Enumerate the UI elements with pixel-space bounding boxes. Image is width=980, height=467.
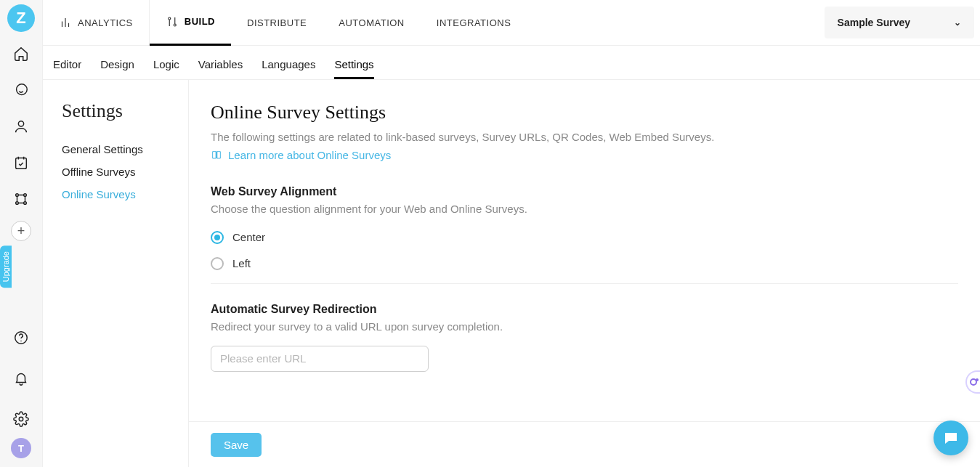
tab-design[interactable]: Design <box>100 58 134 79</box>
nav-analytics-label: ANALYTICS <box>78 17 133 28</box>
svg-point-7 <box>20 341 21 341</box>
tab-settings[interactable]: Settings <box>334 58 373 79</box>
radio-center-input[interactable] <box>211 231 224 244</box>
chevron-down-icon: ⌄ <box>954 17 961 28</box>
user-icon[interactable] <box>7 112 36 141</box>
help-icon[interactable] <box>7 323 36 352</box>
nav-analytics[interactable]: ANALYTICS <box>43 0 150 46</box>
feedback-icon[interactable] <box>7 76 36 105</box>
notifications-icon[interactable] <box>7 364 36 393</box>
app-logo[interactable]: Z <box>7 4 35 32</box>
alignment-radio-group: Center Left <box>211 231 958 270</box>
save-bar: Save <box>189 421 980 467</box>
tab-variables[interactable]: Variables <box>198 58 243 79</box>
nav-integrations-label: INTEGRATIONS <box>437 17 511 28</box>
nav-automation-label: AUTOMATION <box>339 17 404 28</box>
learn-more-link[interactable]: Learn more about Online Surveys <box>211 149 391 161</box>
nav-distribute[interactable]: DISTRIBUTE <box>231 0 323 46</box>
svg-point-3 <box>24 194 27 197</box>
add-button[interactable]: + <box>11 221 31 241</box>
sidebar-item-online[interactable]: Online Surveys <box>62 183 169 206</box>
upgrade-pill[interactable]: Upgrade <box>0 245 12 288</box>
survey-dropdown[interactable]: Sample Survey ⌄ <box>825 7 974 38</box>
avatar[interactable]: T <box>11 438 31 458</box>
redirect-url-input[interactable] <box>211 346 429 372</box>
learn-more-label: Learn more about Online Surveys <box>228 149 391 161</box>
alignment-desc: Choose the question alignment for your W… <box>211 203 958 215</box>
nav-automation[interactable]: AUTOMATION <box>323 0 420 46</box>
redirect-title: Automatic Survey Redirection <box>211 303 958 316</box>
build-icon <box>166 15 179 28</box>
tab-editor[interactable]: Editor <box>53 58 81 79</box>
svg-point-0 <box>18 121 23 126</box>
svg-rect-1 <box>16 158 27 169</box>
nav-build-label: BUILD <box>185 16 215 27</box>
radio-left-input[interactable] <box>211 257 224 270</box>
page-title: Online Survey Settings <box>211 102 958 123</box>
nav-integrations[interactable]: INTEGRATIONS <box>421 0 527 46</box>
svg-point-8 <box>19 417 23 421</box>
book-icon <box>211 150 222 161</box>
redirect-desc: Redirect your survey to a valid URL upon… <box>211 320 958 333</box>
settings-gear-icon[interactable] <box>7 405 36 434</box>
top-nav: ANALYTICS BUILD DISTRIBUTE AUTOMATION IN… <box>43 0 980 46</box>
nav-distribute-label: DISTRIBUTE <box>247 17 307 28</box>
workflow-icon[interactable] <box>7 184 36 214</box>
settings-sidebar: Settings General Settings Offline Survey… <box>43 80 189 467</box>
radio-center-label: Center <box>232 231 265 243</box>
chat-icon <box>942 429 960 447</box>
svg-point-4 <box>16 202 19 205</box>
svg-point-10 <box>174 24 176 26</box>
divider <box>211 283 958 284</box>
radio-left-label: Left <box>232 257 251 269</box>
home-icon[interactable] <box>7 39 36 68</box>
radio-center[interactable]: Center <box>211 231 958 244</box>
tab-logic[interactable]: Logic <box>153 58 179 79</box>
tasks-icon[interactable] <box>7 148 36 177</box>
svg-point-9 <box>169 17 171 20</box>
tab-languages[interactable]: Languages <box>262 58 315 79</box>
left-rail: Z + Upgrade T <box>0 0 43 467</box>
svg-point-5 <box>24 202 27 205</box>
alignment-title: Web Survey Alignment <box>211 185 958 198</box>
sub-nav: Editor Design Logic Variables Languages … <box>43 46 980 80</box>
save-button[interactable]: Save <box>211 433 262 457</box>
chat-fab[interactable] <box>934 421 968 455</box>
sidebar-item-general[interactable]: General Settings <box>62 138 169 161</box>
settings-heading: Settings <box>62 100 169 122</box>
sidebar-item-offline[interactable]: Offline Surveys <box>62 161 169 183</box>
main-content: Online Survey Settings The following set… <box>189 80 980 421</box>
svg-point-2 <box>16 194 19 197</box>
analytics-icon <box>59 16 72 29</box>
nav-build[interactable]: BUILD <box>150 0 231 46</box>
page-subtitle: The following settings are related to li… <box>211 131 958 143</box>
radio-left[interactable]: Left <box>211 257 958 270</box>
survey-dropdown-label: Sample Survey <box>838 17 910 28</box>
